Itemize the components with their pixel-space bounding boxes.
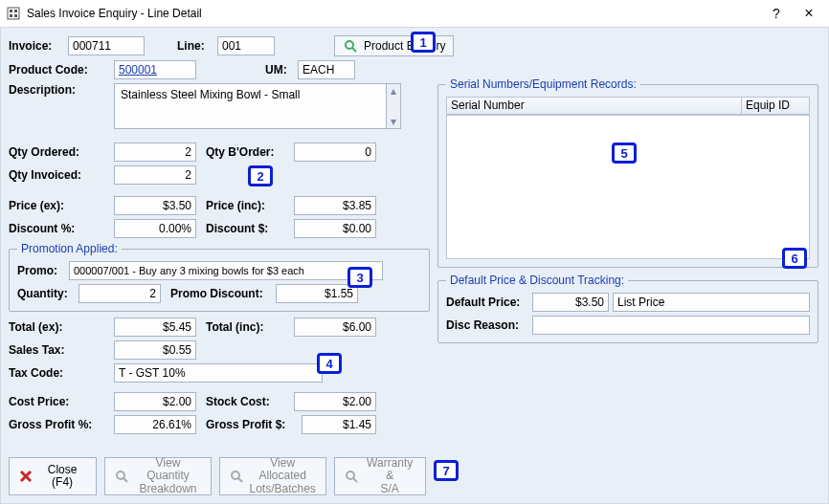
help-button[interactable]: ? <box>760 2 793 25</box>
sales-tax-field: $0.55 <box>114 340 196 360</box>
default-price-field: $3.50 <box>532 293 609 312</box>
svg-line-10 <box>123 478 127 482</box>
header-row: Invoice: 000711 Line: 001 Product Enquir… <box>9 35 454 56</box>
client-area: Invoice: 000711 Line: 001 Product Enquir… <box>0 27 829 504</box>
right-column: Serial Numbers/Equipment Records: Serial… <box>437 77 818 343</box>
product-code-label: Product Code: <box>9 63 114 77</box>
svg-rect-4 <box>14 14 17 17</box>
description-field[interactable]: Stainless Steel Mixing Bowl - Small <box>114 83 386 129</box>
qty-border-label: Qty B'Order: <box>206 145 294 159</box>
left-column: Product Code: 500001 UM: EACH Descriptio… <box>9 60 430 438</box>
total-ex-field: $5.45 <box>114 318 196 337</box>
gp-amt-label: Gross Profit $: <box>206 418 302 431</box>
default-price-type-field: List Price <box>613 293 810 312</box>
disc-reason-field <box>532 316 810 335</box>
disc-reason-label: Disc Reason: <box>446 318 532 332</box>
stock-cost-field: $2.00 <box>294 392 376 411</box>
window-title: Sales Invoice Enquiry - Line Detail <box>27 7 760 20</box>
serial-legend: Serial Numbers/Equipment Records: <box>446 77 640 91</box>
svg-rect-0 <box>8 8 19 19</box>
promo-label: Promo: <box>17 264 69 277</box>
callout-3: 3 <box>347 267 372 288</box>
disc-pct-label: Discount %: <box>9 222 114 235</box>
svg-point-13 <box>347 471 354 479</box>
warranty-l2: S/A <box>381 483 399 495</box>
price-ex-label: Price (ex): <box>9 199 114 212</box>
price-inc-label: Price (inc): <box>206 199 294 212</box>
promo-qty-field: 2 <box>78 284 161 303</box>
um-label: UM: <box>265 63 298 77</box>
svg-point-9 <box>117 471 124 479</box>
promo-disc-field: $1.55 <box>276 284 358 303</box>
cost-price-field: $2.00 <box>114 392 196 411</box>
line-field[interactable]: 001 <box>217 36 275 55</box>
scroll-down-icon[interactable]: ▾ <box>387 115 400 128</box>
price-inc-field: $3.85 <box>294 196 376 215</box>
callout-2: 2 <box>248 165 273 186</box>
callout-4: 4 <box>317 353 342 374</box>
qty-ordered-label: Qty Ordered: <box>9 145 114 159</box>
close-icon <box>19 469 33 484</box>
svg-line-12 <box>238 478 242 482</box>
svg-line-6 <box>352 48 356 52</box>
promo-disc-label: Promo Discount: <box>170 287 276 300</box>
sales-tax-label: Sales Tax: <box>9 343 114 357</box>
svg-point-5 <box>346 41 353 49</box>
qty-breakdown-l1: View Quantity <box>135 457 201 482</box>
warranty-button[interactable]: Warranty & S/A <box>334 457 426 495</box>
callout-5: 5 <box>612 142 637 164</box>
total-inc-field: $6.00 <box>294 318 376 337</box>
promo-field: 000007/001 - Buy any 3 mixing bowls for … <box>69 261 383 280</box>
qty-invoiced-label: Qty Invoiced: <box>9 168 114 182</box>
total-inc-label: Total (inc): <box>206 320 294 334</box>
total-ex-label: Total (ex): <box>9 320 114 334</box>
qty-breakdown-l2: Breakdown <box>139 483 196 495</box>
lots-button[interactable]: View Allocated Lots/Batches <box>219 457 326 495</box>
qty-border-field: 0 <box>294 142 376 162</box>
serial-col-equip[interactable]: Equip ID <box>742 98 809 114</box>
tax-code-label: Tax Code: <box>9 366 114 380</box>
invoice-field[interactable]: 000711 <box>68 36 145 55</box>
title-bar: Sales Invoice Enquiry - Line Detail ? × <box>0 0 829 27</box>
bottom-toolbar: Close (F4) View Quantity Breakdown View … <box>9 457 820 495</box>
tax-code-field: T - GST 10% <box>114 363 323 383</box>
line-label: Line: <box>177 39 212 53</box>
serial-grid-body[interactable] <box>446 116 810 259</box>
lots-l1: View Allocated <box>249 457 316 482</box>
description-label: Description: <box>9 83 114 97</box>
disc-amt-label: Discount $: <box>206 222 294 235</box>
default-price-group: Default Price & Discount Tracking: Defau… <box>437 274 818 343</box>
serial-group: Serial Numbers/Equipment Records: Serial… <box>437 77 818 268</box>
description-scrollbar[interactable]: ▴ ▾ <box>386 83 401 129</box>
scroll-up-icon[interactable]: ▴ <box>387 84 400 98</box>
product-enquiry-button[interactable]: Product Enquiry <box>334 35 454 56</box>
qty-breakdown-button[interactable]: View Quantity Breakdown <box>104 457 212 495</box>
serial-col-serial[interactable]: Serial Number <box>447 98 742 114</box>
promo-qty-label: Quantity: <box>17 287 78 300</box>
svg-line-14 <box>353 478 357 482</box>
callout-1: 1 <box>411 32 436 53</box>
stock-cost-label: Stock Cost: <box>206 395 294 408</box>
gp-pct-field: 26.61% <box>114 415 196 434</box>
close-button[interactable]: Close (F4) <box>9 457 97 495</box>
promo-legend: Promotion Applied: <box>17 242 122 255</box>
callout-7: 7 <box>434 460 459 481</box>
default-price-legend: Default Price & Discount Tracking: <box>446 274 628 287</box>
app-icon <box>6 6 21 21</box>
disc-pct-field: 0.00% <box>114 219 196 238</box>
price-ex-field: $3.50 <box>114 196 196 215</box>
svg-point-11 <box>232 471 239 479</box>
magnifier-icon <box>345 469 358 484</box>
svg-rect-1 <box>10 10 12 12</box>
disc-amt-field: $0.00 <box>294 219 376 238</box>
magnifier-icon <box>230 469 243 484</box>
window-close-button[interactable]: × <box>793 2 825 25</box>
svg-rect-2 <box>14 10 17 12</box>
cost-price-label: Cost Price: <box>9 395 114 408</box>
qty-invoiced-field: 2 <box>114 165 196 185</box>
product-code-link[interactable]: 500001 <box>114 60 196 79</box>
warranty-l1: Warranty & <box>364 457 415 482</box>
callout-6: 6 <box>782 248 807 269</box>
um-field: EACH <box>298 60 355 79</box>
lots-l2: Lots/Batches <box>249 483 315 495</box>
